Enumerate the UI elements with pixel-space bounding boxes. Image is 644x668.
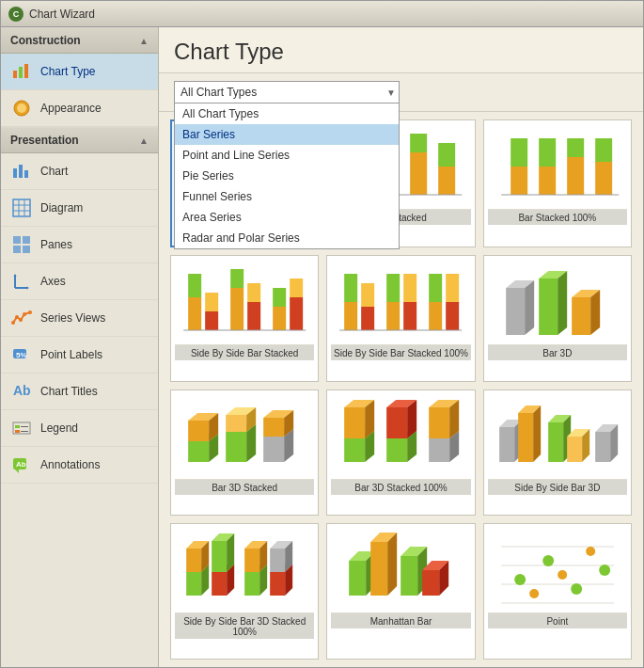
- chart-label-sbs-bar-3d: Side By Side Bar 3D: [488, 479, 627, 495]
- chart-label-bar-stacked-100: Bar Stacked 100%: [488, 209, 627, 225]
- collapse-presentation-icon: ▲: [139, 135, 149, 146]
- svg-rect-14: [23, 236, 30, 244]
- chart-card-point[interactable]: Point: [483, 523, 632, 660]
- chart-label-bar-3d-stacked: Bar 3D Stacked: [175, 479, 314, 495]
- svg-rect-78: [386, 302, 400, 330]
- svg-rect-87: [506, 288, 525, 335]
- chart-thumb-point: [488, 528, 627, 612]
- sidebar-item-axes[interactable]: Axes: [1, 263, 158, 300]
- collapse-construction-icon: ▲: [139, 36, 149, 46]
- svg-rect-76: [361, 307, 374, 330]
- option-pie[interactable]: Pie Series: [175, 166, 399, 186]
- dropdown-input[interactable]: [174, 81, 400, 103]
- svg-rect-47: [410, 152, 427, 195]
- chart-card-side-by-side-stacked[interactable]: Side By Side Bar Stacked: [170, 255, 319, 381]
- svg-rect-93: [572, 297, 590, 335]
- chart-card-bar-stacked-100[interactable]: Bar Stacked 100%: [483, 119, 632, 247]
- chart-thumb-bar-stacked-100: [488, 124, 627, 209]
- legend-icon: [10, 417, 33, 439]
- sidebar-item-chart[interactable]: Chart: [1, 153, 158, 190]
- option-bar[interactable]: Bar Series: [175, 124, 399, 145]
- chart-type-dropdown[interactable]: ▼ All Chart Types Bar Series Point and L…: [174, 81, 400, 103]
- svg-rect-165: [270, 572, 285, 596]
- chart-card-bar-3d-stacked-100[interactable]: Bar 3D Stacked 100%: [326, 390, 475, 516]
- option-point-line[interactable]: Point and Line Series: [175, 145, 399, 166]
- svg-rect-75: [344, 274, 357, 302]
- svg-rect-13: [13, 236, 21, 244]
- chart-label-bar-3d: Bar 3D: [488, 344, 627, 360]
- axes-icon: [10, 270, 33, 293]
- sidebar-item-appearance[interactable]: Appearance: [1, 90, 158, 127]
- svg-rect-2: [24, 64, 28, 78]
- svg-rect-177: [401, 556, 417, 596]
- svg-rect-141: [567, 437, 582, 462]
- right-panel: Chart Type ▼ All Chart Types Bar Series …: [159, 27, 643, 667]
- chart-label-manhattan: Manhattan Bar: [331, 612, 470, 628]
- svg-rect-15: [13, 246, 21, 253]
- svg-rect-156: [212, 541, 227, 572]
- sidebar-item-series-views[interactable]: Series Views: [1, 300, 158, 337]
- title-bar: Chart Wizard: [1, 1, 643, 27]
- bar-icon: [10, 60, 33, 83]
- svg-rect-102: [226, 432, 246, 462]
- chart-thumb-manhattan: [331, 528, 470, 612]
- svg-rect-68: [247, 283, 260, 302]
- svg-rect-126: [429, 438, 449, 462]
- sidebar-item-panes[interactable]: Panes: [1, 227, 158, 263]
- option-all[interactable]: All Chart Types: [175, 103, 399, 124]
- filter-bar: ▼ All Chart Types Bar Series Point and L…: [159, 73, 643, 112]
- sidebar-item-legend[interactable]: Legend: [1, 410, 158, 447]
- svg-text:Ab: Ab: [16, 460, 26, 469]
- sidebar-item-diagram[interactable]: Diagram: [1, 190, 158, 227]
- svg-marker-19: [14, 274, 17, 277]
- svg-point-24: [23, 312, 26, 316]
- svg-point-188: [542, 555, 554, 566]
- sidebar-item-point-labels[interactable]: 5% Point Labels: [1, 337, 158, 374]
- svg-rect-96: [188, 441, 209, 462]
- chart-thumb-sbs-stacked-100: [331, 260, 470, 344]
- svg-rect-32: [15, 430, 20, 433]
- svg-rect-82: [429, 302, 442, 330]
- svg-rect-138: [548, 422, 563, 462]
- chart-card-bar-3d-stacked[interactable]: Bar 3D Stacked: [170, 390, 319, 516]
- chart-card-sbs-bar-3d[interactable]: Side By Side Bar 3D: [483, 390, 632, 516]
- sidebar-item-chart-titles[interactable]: Ab Chart Titles: [1, 374, 158, 410]
- svg-rect-147: [186, 572, 201, 596]
- svg-rect-8: [13, 199, 30, 216]
- chart-card-sbs-bar-3d-stacked-100[interactable]: Side By Side Bar 3D Stacked 100%: [170, 523, 319, 660]
- svg-point-192: [558, 570, 567, 580]
- chart-card-bar-3d[interactable]: Bar 3D: [483, 255, 632, 381]
- appearance-icon: [10, 97, 33, 119]
- title-icon: Ab: [10, 380, 33, 403]
- sidebar-item-annotations[interactable]: Ab Annotations: [1, 447, 158, 484]
- svg-rect-117: [344, 407, 365, 438]
- section-construction[interactable]: Construction ▲: [1, 27, 158, 54]
- option-area[interactable]: Area Series: [175, 207, 399, 228]
- svg-rect-61: [188, 297, 201, 330]
- sidebar-item-chart-type[interactable]: Chart Type: [1, 54, 158, 90]
- option-radar[interactable]: Radar and Polar Series: [175, 228, 399, 248]
- svg-rect-79: [386, 274, 400, 302]
- option-funnel[interactable]: Funnel Series: [175, 186, 399, 207]
- svg-point-187: [514, 574, 526, 585]
- svg-rect-66: [230, 269, 243, 288]
- svg-point-191: [529, 589, 539, 598]
- dropdown-menu: All Chart Types Bar Series Point and Lin…: [174, 103, 400, 249]
- svg-rect-114: [344, 438, 365, 462]
- svg-rect-59: [595, 138, 612, 162]
- chart-card-manhattan[interactable]: Manhattan Bar: [326, 523, 475, 660]
- chart-thumb-sbs-bar-3d: [488, 394, 627, 479]
- svg-rect-105: [226, 415, 246, 432]
- svg-point-193: [586, 547, 595, 556]
- panes-icon: [10, 233, 33, 256]
- svg-rect-52: [510, 167, 527, 195]
- chart-thumb-bar-3d-stacked-100: [331, 394, 470, 479]
- svg-rect-71: [290, 297, 303, 330]
- chart-card-sbs-stacked-100[interactable]: Side By Side Bar Stacked 100%: [326, 255, 475, 381]
- svg-rect-153: [212, 572, 227, 596]
- section-presentation[interactable]: Presentation ▲: [1, 127, 158, 153]
- chart-thumb-sbs-stacked: [175, 260, 314, 344]
- svg-point-23: [19, 318, 23, 322]
- annotations-icon: Ab: [10, 453, 33, 476]
- sidebar: Construction ▲ Chart Type: [1, 27, 159, 667]
